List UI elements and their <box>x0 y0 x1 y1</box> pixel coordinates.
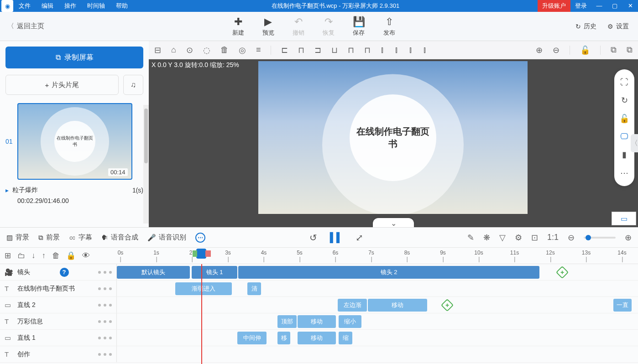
circle-more-icon[interactable]: ⊙ <box>186 45 193 55</box>
head-tail-button[interactable]: + 片头片尾 <box>5 75 119 95</box>
track-dots[interactable] <box>98 353 112 356</box>
track-head[interactable]: ▭直线 1 <box>0 330 117 346</box>
login-button[interactable]: 登录 <box>570 2 591 10</box>
fullscreen-icon[interactable]: ⛶ <box>620 78 628 87</box>
tab-subtitle[interactable]: ㏄字幕 <box>69 233 92 242</box>
save-button[interactable]: 💾保存 <box>353 16 365 37</box>
zoom-slider[interactable] <box>584 237 616 239</box>
visibility-icon[interactable]: 👁 <box>82 251 90 260</box>
effects-tool-icon[interactable]: ❋ <box>483 233 490 243</box>
zoom-out-icon[interactable]: ⊖ <box>553 45 560 55</box>
arrow-down-icon[interactable]: ↓ <box>31 251 36 260</box>
timeline-clip[interactable]: 默认镜头 <box>117 266 190 279</box>
edit-tool-icon[interactable]: ✎ <box>467 233 474 243</box>
minimize-icon[interactable]: — <box>591 0 607 12</box>
expand-button[interactable]: ⤢ <box>356 232 363 243</box>
pause-button[interactable]: ▌▌ <box>330 232 343 243</box>
distribute2-icon[interactable]: ⫿ <box>423 45 427 55</box>
menu-operate[interactable]: 操作 <box>59 0 82 12</box>
mobile-view-icon[interactable]: ▮ <box>622 150 627 160</box>
timeline-clip[interactable]: 镜头 2 <box>238 266 539 279</box>
redo-button[interactable]: ↷恢复 <box>323 16 335 37</box>
track-body[interactable]: 默认镜头镜头 1镜头 2+ <box>117 264 638 280</box>
menu-file[interactable]: 文件 <box>13 0 36 12</box>
align-bottom-icon[interactable]: ⊓ <box>364 45 371 55</box>
track-body[interactable]: 左边渐移动一直+ <box>117 297 638 313</box>
bracket-tool-icon[interactable]: ⊡ <box>531 233 538 243</box>
align-top-icon[interactable]: ⊔ <box>331 45 338 55</box>
track-body[interactable] <box>117 346 638 362</box>
track-head[interactable]: 🎥镜头? <box>0 264 117 280</box>
timeline-clip[interactable]: 顶部 <box>277 315 297 328</box>
settings-button[interactable]: ⚙设置 <box>607 22 629 31</box>
tab-tts[interactable]: 🗣语音合成 <box>101 233 138 242</box>
track-head[interactable]: T创作 <box>0 346 117 362</box>
history-button[interactable]: ↻历史 <box>575 22 596 31</box>
align-center-h-icon[interactable]: ⊓ <box>298 45 304 55</box>
delete-track-icon[interactable]: 🗑 <box>52 251 60 260</box>
tabs-more-button[interactable]: ⋯ <box>195 233 205 243</box>
unlock-icon[interactable]: 🔓 <box>580 45 590 55</box>
canvas-stage[interactable]: X 0.0 Y 3.0 旋转:0.0 缩放: 25% 在线制作电子翻页书 ⌄ ⛶… <box>149 59 638 227</box>
add-folder-icon[interactable]: 🗀 <box>17 251 25 260</box>
preview-button[interactable]: ▶预览 <box>262 16 274 37</box>
target-icon[interactable]: ◎ <box>239 45 246 55</box>
rotate-icon[interactable]: ↻ <box>621 95 628 105</box>
timeline-clip[interactable]: 中间伸 <box>237 332 267 344</box>
track-body[interactable]: 渐弱进入清 <box>117 281 638 296</box>
timeline-ruler[interactable]: 0s1s2s3s4s5s6s7s8s9s10s11s12s13s14s <box>117 248 638 264</box>
menu-help[interactable]: 帮助 <box>110 0 133 12</box>
add-keyframe-button[interactable]: + <box>441 299 454 312</box>
arrow-up-icon[interactable]: ↑ <box>42 251 46 260</box>
timeline-clip[interactable]: 移动 <box>368 299 427 312</box>
timeline-clip[interactable]: 移动 <box>298 315 336 328</box>
new-button[interactable]: ✚新建 <box>232 16 244 37</box>
dashed-circle-icon[interactable]: ◌ <box>203 45 210 55</box>
track-dots[interactable] <box>98 337 112 339</box>
track-head[interactable]: T在线制作电子翻页书 <box>0 281 117 296</box>
scene-thumbnail[interactable]: 在线制作电子翻页书 00:14 <box>17 103 132 180</box>
timeline-clip[interactable]: 移动 <box>298 332 336 344</box>
sliders-tool-icon[interactable]: ⚙ <box>515 233 522 243</box>
play-effect-icon[interactable]: ▸ <box>5 187 9 194</box>
menu-edit[interactable]: 编辑 <box>36 0 59 12</box>
music-button[interactable]: ♫ <box>123 75 143 95</box>
track-body[interactable]: 中间伸移移动缩 <box>117 330 638 346</box>
close-icon[interactable]: ✕ <box>622 0 638 12</box>
stage-preview[interactable]: 在线制作电子翻页书 <box>258 61 528 214</box>
tab-asr[interactable]: 🎤语音识别 <box>147 233 186 242</box>
more-dots-icon[interactable]: ⋯ <box>620 168 628 178</box>
distribute-icon[interactable]: ⫿ <box>409 45 413 55</box>
distribute-h-icon[interactable]: ⫿ <box>381 45 385 55</box>
timeline-clip[interactable]: 渐弱进入 <box>175 282 232 295</box>
track-dots[interactable] <box>98 287 112 290</box>
track-body[interactable]: 顶部移动缩小 <box>117 313 638 329</box>
add-keyframe-button[interactable]: + <box>556 266 569 279</box>
zoom-in-icon[interactable]: ⊕ <box>536 45 543 55</box>
desktop-view-icon[interactable]: 🖵 <box>620 132 628 141</box>
add-clip-icon[interactable]: ⊞ <box>5 251 11 260</box>
lock-icon[interactable]: 🔓 <box>619 114 629 124</box>
track-head[interactable]: ▭直线 2 <box>0 297 117 313</box>
track-dots[interactable] <box>98 304 112 307</box>
publish-button[interactable]: ⇧发布 <box>383 16 395 37</box>
timeline-clip[interactable]: 缩 <box>339 332 352 344</box>
step-back-button[interactable]: ↺ <box>309 232 317 243</box>
help-icon[interactable]: ? <box>60 268 69 277</box>
filter-tool-icon[interactable]: ▽ <box>499 233 506 243</box>
playhead-marker[interactable] <box>196 249 206 259</box>
tab-foreground[interactable]: ⧉前景 <box>38 233 60 242</box>
ruler-icon[interactable]: ⊟ <box>154 45 161 55</box>
lock-track-icon[interactable]: 🔒 <box>66 251 76 260</box>
left-panel-scrollbar[interactable] <box>143 105 149 224</box>
distribute-v-icon[interactable]: ⫿ <box>395 45 399 55</box>
stage-expand-button[interactable]: 〈 <box>631 134 638 152</box>
zoom-out-tl-icon[interactable]: ⊖ <box>568 233 575 243</box>
lines-icon[interactable]: ≡ <box>256 45 261 55</box>
align-right-icon[interactable]: ⊐ <box>314 45 321 55</box>
minimap[interactable]: ▭ <box>612 212 636 225</box>
record-screen-button[interactable]: ⧉ 录制屏幕 <box>5 47 143 68</box>
back-home-button[interactable]: 〈 返回主页 <box>0 22 52 31</box>
copy-icon[interactable]: ⧉ <box>611 45 617 55</box>
timeline-clip[interactable]: 左边渐 <box>338 299 367 312</box>
